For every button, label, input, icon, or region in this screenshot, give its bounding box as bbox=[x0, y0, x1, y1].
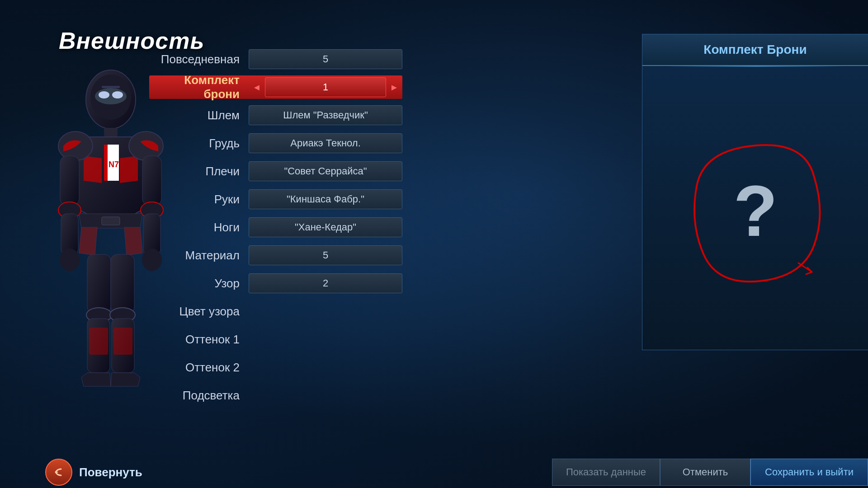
cancel-button[interactable]: Отменить bbox=[660, 459, 750, 486]
label-backlight: Подсветка bbox=[149, 389, 249, 403]
right-panel-content: ? bbox=[642, 67, 868, 351]
arrow-left-armor[interactable]: ◄ bbox=[249, 77, 265, 97]
svg-rect-16 bbox=[61, 214, 78, 254]
svg-rect-6 bbox=[104, 128, 118, 137]
option-row-helmet: Шлем Шлем "Разведчик" bbox=[149, 103, 402, 127]
svg-rect-21 bbox=[87, 254, 111, 313]
svg-rect-22 bbox=[111, 254, 134, 313]
svg-rect-27 bbox=[89, 328, 108, 355]
svg-text:?: ? bbox=[733, 170, 778, 251]
question-mark-svg: ? bbox=[683, 132, 828, 286]
value-helmet[interactable]: Шлем "Разведчик" bbox=[249, 105, 402, 125]
svg-point-18 bbox=[60, 249, 80, 271]
value-material[interactable]: 5 bbox=[249, 245, 402, 265]
value-pattern[interactable]: 2 bbox=[249, 273, 402, 293]
value-casual[interactable]: 5 bbox=[249, 49, 402, 69]
value-backlight[interactable] bbox=[249, 385, 402, 405]
label-arms: Руки bbox=[149, 192, 249, 206]
svg-point-3 bbox=[99, 91, 109, 99]
svg-rect-20 bbox=[102, 217, 120, 225]
value-shoulders[interactable]: "Совет Серрайса" bbox=[249, 161, 402, 181]
show-data-button[interactable]: Показать данные bbox=[552, 459, 660, 486]
bottom-bar: Показать данные Отменить Сохранить и вый… bbox=[0, 456, 868, 488]
option-row-legs: Ноги "Хане-Кедар" bbox=[149, 216, 402, 239]
value-legs[interactable]: "Хане-Кедар" bbox=[249, 217, 402, 237]
label-chest: Грудь bbox=[149, 136, 249, 150]
svg-rect-7 bbox=[104, 145, 108, 181]
options-panel: Повседневная 5 Комплект брони ◄ 1 ► Шлем… bbox=[149, 47, 402, 412]
value-arms[interactable]: "Киншаса Фабр." bbox=[249, 189, 402, 209]
value-chest[interactable]: Ариакэ Текнол. bbox=[249, 133, 402, 153]
label-casual: Повседневная bbox=[149, 52, 249, 66]
label-pattern: Узор bbox=[149, 277, 249, 291]
label-material: Материал bbox=[149, 249, 249, 263]
option-row-tint1: Оттенок 1 bbox=[149, 328, 402, 351]
svg-rect-12 bbox=[60, 156, 79, 206]
option-row-casual: Повседневная 5 bbox=[149, 47, 402, 71]
right-panel-title: Комплект Брони bbox=[703, 42, 807, 57]
label-helmet: Шлем bbox=[149, 108, 249, 122]
option-row-armor-set[interactable]: Комплект брони ◄ 1 ► bbox=[149, 75, 402, 99]
option-row-backlight: Подсветка bbox=[149, 384, 402, 407]
value-tint1[interactable] bbox=[249, 329, 402, 349]
label-legs: Ноги bbox=[149, 221, 249, 235]
label-pattern-color: Цвет узора bbox=[149, 305, 249, 319]
option-row-arms: Руки "Киншаса Фабр." bbox=[149, 188, 402, 211]
svg-text:N7: N7 bbox=[108, 160, 119, 169]
svg-rect-28 bbox=[113, 328, 132, 355]
right-panel-header: Комплект Брони bbox=[642, 34, 868, 66]
option-row-material: Материал 5 bbox=[149, 244, 402, 267]
value-tint2[interactable] bbox=[249, 357, 402, 377]
option-row-pattern: Узор 2 bbox=[149, 272, 402, 295]
option-row-shoulders: Плечи "Совет Серрайса" bbox=[149, 160, 402, 183]
save-exit-button[interactable]: Сохранить и выйти bbox=[750, 459, 868, 486]
right-panel: Комплект Брони ? bbox=[642, 34, 868, 350]
arrow-right-armor[interactable]: ► bbox=[386, 77, 402, 97]
label-tint1: Оттенок 1 bbox=[149, 333, 249, 347]
option-row-tint2: Оттенок 2 bbox=[149, 356, 402, 379]
label-shoulders: Плечи bbox=[149, 164, 249, 178]
value-armor-set[interactable]: 1 bbox=[265, 77, 386, 97]
label-armor-set: Комплект брони bbox=[149, 73, 249, 101]
label-tint2: Оттенок 2 bbox=[149, 361, 249, 375]
svg-rect-5 bbox=[102, 86, 120, 88]
svg-point-4 bbox=[112, 91, 123, 99]
option-row-chest: Грудь Ариакэ Текнол. bbox=[149, 131, 402, 155]
option-row-pattern-color: Цвет узора bbox=[149, 300, 402, 323]
value-pattern-color[interactable] bbox=[249, 301, 402, 321]
